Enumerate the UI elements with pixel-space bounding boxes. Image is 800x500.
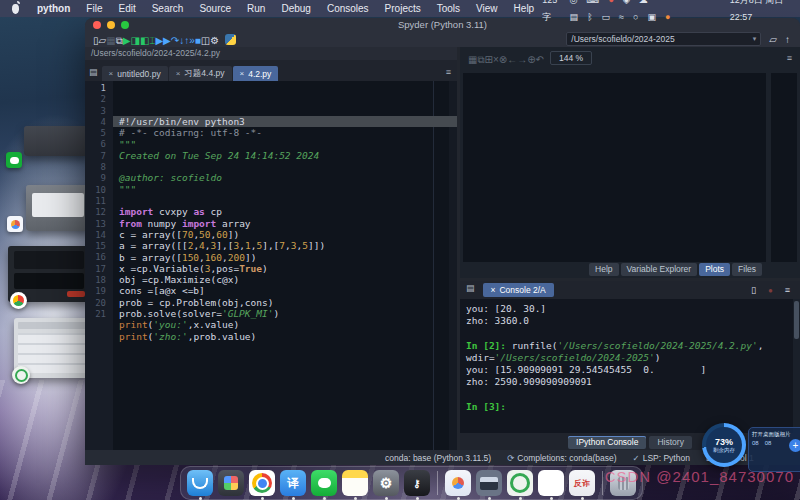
console-line: wdir='/Users/scofieldo/2024-2025') — [466, 352, 800, 364]
step-over-icon[interactable]: ↷ — [171, 35, 179, 46]
menu-item-consoles[interactable]: Consoles — [319, 3, 377, 14]
pane-tab-files[interactable]: Files — [732, 263, 762, 276]
pane-tab-help[interactable]: Help — [589, 263, 618, 276]
menu-item-edit[interactable]: Edit — [110, 3, 143, 14]
meeting-icon[interactable]: ● — [665, 12, 670, 22]
console-token: In [2]: — [466, 340, 512, 351]
next-plot-icon[interactable]: → — [517, 54, 527, 65]
close-icon[interactable]: × — [176, 69, 181, 78]
close-icon[interactable]: × — [109, 69, 114, 78]
dock-item-keychain[interactable]: ⚷ — [404, 470, 430, 496]
sidecar-icon[interactable]: ▤ — [570, 12, 579, 22]
console-scrollbar[interactable] — [793, 299, 800, 434]
new-console-icon[interactable]: ▯ — [751, 285, 756, 295]
console-token: you: [20. 30.] — [466, 303, 546, 314]
status-interpreter[interactable]: conda: base (Python 3.11.5) — [385, 453, 491, 463]
code-token: 50 — [199, 229, 210, 240]
menu-item-tools[interactable]: Tools — [429, 3, 468, 14]
memory-gauge[interactable]: 73% 剩余内存 — [702, 423, 746, 467]
browse-tabs-icon[interactable]: ▤ — [89, 67, 98, 77]
previous-plot-icon[interactable]: ← — [507, 54, 517, 65]
interrupt-kernel-icon[interactable]: ● — [768, 286, 773, 295]
tab-ipython-console[interactable]: IPython Console — [568, 436, 646, 449]
menu-item-file[interactable]: File — [78, 3, 110, 14]
minimized-window-drawio[interactable] — [26, 185, 90, 231]
search-icon[interactable]: ○ — [633, 12, 638, 22]
dock-item-settings[interactable]: ⚙ — [373, 470, 399, 496]
shapes-icon[interactable]: ◈ — [623, 0, 630, 5]
menu-item-source[interactable]: Source — [191, 3, 239, 14]
plots-options-icon[interactable]: ≡ — [787, 53, 792, 63]
remove-all-plots-icon[interactable]: ⊗ — [499, 54, 507, 65]
dock-item-chrome[interactable] — [249, 470, 275, 496]
maximize-pane-icon[interactable]: ◫ — [201, 35, 210, 46]
menu-app-name[interactable]: python — [29, 3, 78, 14]
close-icon[interactable]: × — [491, 285, 496, 295]
keyboard-icon[interactable]: ⌨ — [586, 0, 599, 5]
dock-item-app-red-apple[interactable] — [538, 470, 564, 496]
copy-plot-icon[interactable]: ⊞ — [485, 54, 493, 65]
desktop-helper-panel[interactable]: 打开桌面版相片 0808 + — [748, 427, 800, 472]
console-output[interactable]: you: [20. 30.]zho: 3360.0In [2]: runfile… — [460, 299, 800, 434]
menu-item-run[interactable]: Run — [239, 3, 273, 14]
dock-item-launchpad[interactable] — [218, 470, 244, 496]
dock-item-wechat[interactable] — [311, 470, 337, 496]
screen-record-icon[interactable]: ● — [608, 0, 613, 5]
code-line: """ — [113, 139, 457, 150]
preferences-icon[interactable]: ⚙ — [210, 35, 219, 46]
menu-item-debug[interactable]: Debug — [273, 3, 318, 14]
run-cell-icon[interactable]: ◨ — [131, 35, 140, 46]
menu-item-view[interactable]: View — [468, 3, 506, 14]
minimized-window-wechat[interactable] — [24, 126, 88, 156]
dock-item-finder[interactable] — [187, 470, 213, 496]
editor-options-icon[interactable]: ≡ — [446, 67, 451, 77]
browse-directory-icon[interactable]: ▱ — [769, 34, 777, 45]
cloud-icon[interactable]: ☁ — [639, 0, 648, 5]
editor-tab-untitled0.py[interactable]: ×untitled0.py — [102, 66, 168, 81]
save-icon[interactable]: ▦ — [106, 35, 115, 46]
editor-tab-4.2.py[interactable]: ×4.2.py — [233, 66, 279, 81]
bluetooth-icon[interactable]: ᛒ — [587, 12, 592, 22]
working-directory-combobox[interactable]: /Users/scofieldo/2024-2025 ▾ — [566, 32, 761, 46]
parent-directory-icon[interactable]: ↑ — [785, 34, 790, 45]
dock-item-drawio[interactable] — [445, 470, 471, 496]
menu-clock[interactable]: 12月8日 周日 22:57 — [730, 0, 790, 26]
console-options-icon[interactable]: ≡ — [785, 285, 790, 295]
dock-item-notes[interactable] — [342, 470, 368, 496]
tab-history[interactable]: History — [649, 436, 691, 449]
fit-plot-icon[interactable]: ↶ — [536, 54, 544, 65]
plot-thumbnail-strip[interactable] — [771, 73, 797, 262]
dock-item-translate[interactable]: 译 — [280, 470, 306, 496]
close-icon[interactable]: × — [240, 69, 245, 78]
pane-tab-plots[interactable]: Plots — [699, 263, 730, 276]
dock-item-preview-window[interactable] — [476, 470, 502, 496]
zoom-in-icon[interactable]: ⊕ — [527, 54, 535, 65]
apple-menu-icon[interactable] — [12, 4, 19, 14]
plus-button[interactable]: + — [789, 439, 800, 452]
save-all-icon[interactable]: ⧉ — [116, 35, 123, 46]
dock-item-app-green-ring[interactable] — [507, 470, 533, 496]
battery-icon[interactable]: ▭ — [602, 12, 611, 22]
run-icon[interactable]: ▶ — [123, 35, 131, 46]
code-editor[interactable]: 123456789101112131415161718192021 #!/usr… — [85, 81, 457, 450]
menu-item-help[interactable]: Help — [506, 3, 543, 14]
chevron-down-icon[interactable]: ▾ — [753, 33, 757, 45]
pane-tab-variable-explorer[interactable]: Variable Explorer — [621, 263, 698, 276]
save-all-plots-icon[interactable]: ⧉ — [477, 54, 484, 65]
mic-icon[interactable]: ◎ — [570, 0, 578, 5]
console-tabbar: ▤ × Console 2/A ▯ ● ≡ — [460, 281, 800, 299]
plot-zoom-level[interactable]: 144 % — [550, 51, 592, 65]
line-number: 3 — [85, 106, 113, 117]
control-center-icon[interactable]: ▣ — [647, 12, 656, 22]
wifi-icon[interactable]: ≈ — [619, 12, 624, 22]
console-browse-tabs-icon[interactable]: ▤ — [466, 283, 475, 293]
menu-item-search[interactable]: Search — [144, 3, 192, 14]
run-cell-advance-icon[interactable]: ◧ — [140, 35, 149, 46]
code-token: ) — [273, 308, 279, 319]
debug-file-icon[interactable]: ▶▶ — [155, 35, 170, 46]
dock-item-anti-fraud-app[interactable]: 反诈 — [569, 470, 595, 496]
editor-tab-习题4.4.py[interactable]: ×习题4.4.py — [169, 66, 232, 81]
console-tab[interactable]: × Console 2/A — [483, 283, 554, 297]
menu-item-projects[interactable]: Projects — [377, 3, 429, 14]
python-env-icon[interactable] — [225, 34, 236, 45]
